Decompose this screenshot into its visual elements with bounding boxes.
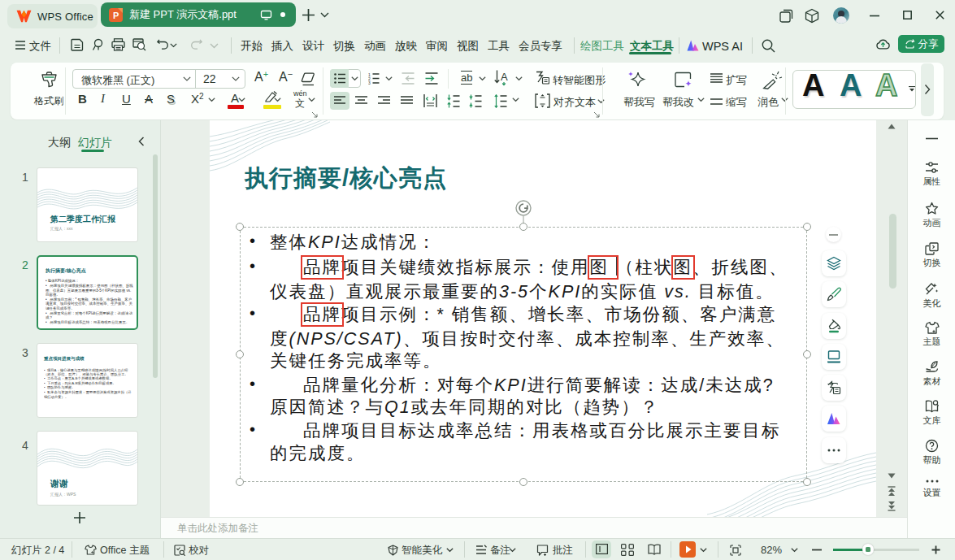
svg-text:3: 3: [368, 80, 371, 85]
svg-text:A: A: [501, 71, 508, 83]
svg-text:P: P: [113, 11, 119, 20]
